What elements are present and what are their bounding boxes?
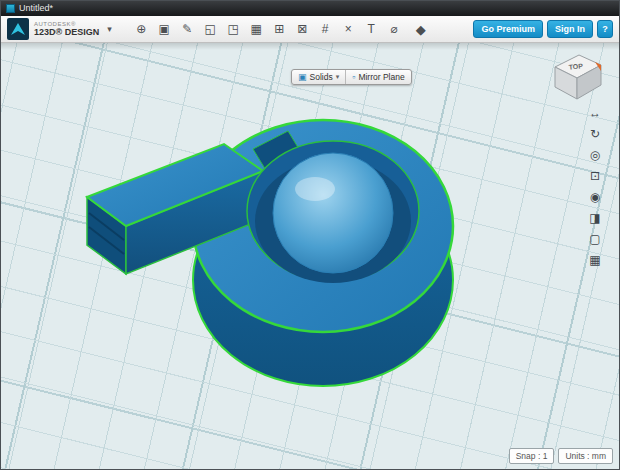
transform-icon[interactable]: ⊕: [134, 22, 149, 36]
mirror-plane-button[interactable]: ▫ Mirror Plane: [345, 70, 411, 84]
primitives-icon[interactable]: ▣: [157, 22, 172, 36]
snap-icon[interactable]: #: [318, 22, 333, 36]
solids-label: Solids: [310, 72, 333, 82]
navigation-toolbar: ↔ ↻ ◎ ⊡ ◉ ◨ ▢ ▦: [587, 105, 603, 268]
sketch-icon[interactable]: ✎: [180, 22, 195, 36]
solids-dropdown[interactable]: ▣ Solids ▾: [292, 70, 345, 84]
mirror-plane-label: Mirror Plane: [358, 72, 404, 82]
whistle-sphere[interactable]: [273, 153, 393, 273]
app-icon: [6, 4, 15, 13]
chevron-down-icon[interactable]: ▾: [107, 24, 112, 34]
units-setting[interactable]: Units : mm: [558, 448, 613, 464]
pan-icon[interactable]: ↔: [587, 105, 603, 121]
shading-icon[interactable]: ◨: [587, 210, 603, 226]
status-bar: Snap : 1 Units : mm: [509, 448, 613, 464]
brand-123d-label: 123D® DESIGN: [34, 28, 99, 37]
solids-icon: ▣: [298, 72, 307, 82]
combine-icon[interactable]: ⊠: [295, 22, 310, 36]
modify-icon[interactable]: ◳: [226, 22, 241, 36]
outline-icon[interactable]: ▢: [587, 231, 603, 247]
app-header: AUTODESK® 123D® DESIGN ▾ ⊕ ▣ ✎ ◱ ◳ ▦ ⊞ ⊠…: [1, 16, 619, 43]
view-cube[interactable]: TOP: [545, 49, 607, 109]
view-settings-icon[interactable]: ◉: [587, 189, 603, 205]
app-window: Untitled* AUTODESK® 123D® DESIGN ▾ ⊕ ▣ ✎…: [0, 0, 620, 470]
orbit-icon[interactable]: ↻: [587, 126, 603, 142]
context-toolbar: ▣ Solids ▾ ▫ Mirror Plane: [291, 69, 412, 85]
go-premium-button[interactable]: Go Premium: [473, 20, 543, 38]
delete-icon[interactable]: ×: [341, 22, 356, 36]
solids-caret-icon: ▾: [336, 73, 340, 81]
brand-menu[interactable]: AUTODESK® 123D® DESIGN ▾: [7, 18, 112, 40]
grouping-icon[interactable]: ⊞: [272, 22, 287, 36]
zoom-icon[interactable]: ◎: [587, 147, 603, 163]
pattern-icon[interactable]: ▦: [249, 22, 264, 36]
model-whistle[interactable]: [1, 43, 619, 470]
app-logo-icon[interactable]: [7, 18, 29, 40]
materials-icon[interactable]: ◆: [416, 22, 426, 37]
sphere-highlight: [295, 177, 335, 201]
measure-icon[interactable]: ⌀: [387, 22, 402, 36]
construct-icon[interactable]: ◱: [203, 22, 218, 36]
titlebar: Untitled*: [1, 1, 619, 16]
main-toolbar: ⊕ ▣ ✎ ◱ ◳ ▦ ⊞ ⊠ # × T ⌀: [134, 22, 402, 36]
header-right: Go Premium Sign In ?: [473, 20, 613, 38]
text-icon[interactable]: T: [364, 22, 379, 36]
fit-view-icon[interactable]: ⊡: [587, 168, 603, 184]
sign-in-button[interactable]: Sign In: [547, 20, 593, 38]
viewport-canvas[interactable]: ▣ Solids ▾ ▫ Mirror Plane TOP ↔ ↻ ◎: [1, 43, 619, 470]
brand-text: AUTODESK® 123D® DESIGN: [34, 21, 99, 37]
help-button[interactable]: ?: [597, 20, 613, 38]
snap-setting[interactable]: Snap : 1: [509, 448, 555, 464]
window-title: Untitled*: [19, 4, 53, 13]
grid-toggle-icon[interactable]: ▦: [587, 252, 603, 268]
mirror-plane-icon: ▫: [352, 72, 355, 82]
